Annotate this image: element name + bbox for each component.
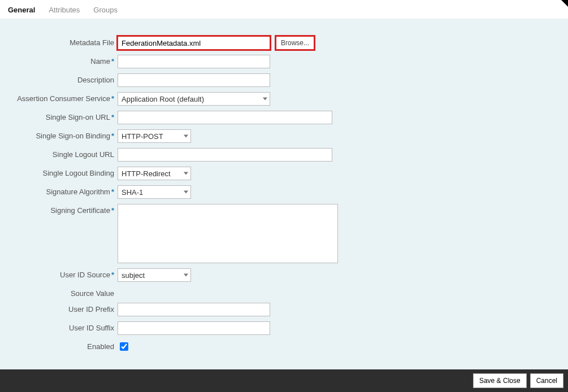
required-marker: *: [111, 188, 114, 196]
label-enabled: Enabled: [0, 340, 118, 351]
uid-source-select-value: subject: [122, 271, 145, 280]
tab-groups[interactable]: Groups: [93, 3, 118, 19]
chevron-down-icon: [184, 274, 188, 277]
slo-binding-select[interactable]: HTTP-Redirect: [118, 167, 191, 180]
label-signing-cert: Signing Certificate*: [0, 204, 118, 215]
label-source-value: Source Value: [0, 287, 118, 298]
label-uid-source: User ID Source*: [0, 268, 118, 279]
required-marker: *: [111, 57, 114, 66]
label-uid-prefix: User ID Prefix: [0, 303, 118, 313]
label-slo-url: Single Logout URL: [0, 148, 118, 159]
sso-binding-select-value: HTTP-POST: [122, 132, 163, 141]
slo-binding-select-value: HTTP-Redirect: [122, 169, 171, 178]
save-close-button[interactable]: Save & Close: [473, 373, 527, 388]
label-sig-alg: Signature Algorithm*: [0, 185, 118, 196]
required-marker: *: [111, 132, 114, 140]
label-metadata-file: Metadata File: [0, 36, 118, 47]
sso-url-input[interactable]: [118, 111, 332, 124]
label-sso-binding: Single Sign-on Binding*: [0, 129, 118, 140]
metadata-file-input[interactable]: [118, 36, 270, 50]
enabled-checkbox[interactable]: [120, 342, 128, 351]
chevron-down-icon: [184, 191, 188, 194]
required-marker: *: [111, 206, 114, 215]
uid-suffix-input[interactable]: [118, 321, 270, 335]
sig-alg-select-value: SHA-1: [122, 188, 143, 197]
name-input[interactable]: [118, 55, 270, 68]
page-corner-fold: [561, 0, 568, 7]
signing-cert-textarea[interactable]: [118, 204, 338, 263]
slo-url-input[interactable]: [118, 148, 332, 162]
acs-select-value: Application Root (default): [122, 95, 204, 103]
required-marker: *: [111, 271, 114, 279]
cancel-button[interactable]: Cancel: [530, 373, 563, 388]
label-acs: Assertion Consumer Service*: [0, 92, 118, 103]
tab-attributes[interactable]: Attributes: [49, 3, 80, 19]
sso-binding-select[interactable]: HTTP-POST: [118, 129, 191, 143]
label-slo-binding: Single Logout Binding: [0, 167, 118, 177]
sig-alg-select[interactable]: SHA-1: [118, 185, 191, 199]
chevron-down-icon: [263, 98, 267, 101]
acs-select[interactable]: Application Root (default): [118, 92, 270, 106]
chevron-down-icon: [184, 172, 188, 175]
label-description: Description: [0, 73, 118, 84]
chevron-down-icon: [184, 135, 188, 138]
label-name: Name*: [0, 55, 118, 66]
form-panel: Metadata File Browse... Name* Descriptio…: [0, 19, 568, 369]
browse-button[interactable]: Browse...: [276, 36, 314, 50]
tab-bar: General Attributes Groups: [0, 0, 568, 19]
required-marker: *: [111, 113, 114, 121]
uid-prefix-input[interactable]: [118, 303, 270, 316]
required-marker: *: [111, 94, 114, 103]
tab-general[interactable]: General: [8, 3, 35, 19]
description-input[interactable]: [118, 73, 270, 87]
label-uid-suffix: User ID Suffix: [0, 321, 118, 332]
label-sso-url: Single Sign-on URL*: [0, 111, 118, 121]
uid-source-select[interactable]: subject: [118, 268, 191, 282]
footer-bar: Save & Close Cancel: [0, 369, 568, 392]
